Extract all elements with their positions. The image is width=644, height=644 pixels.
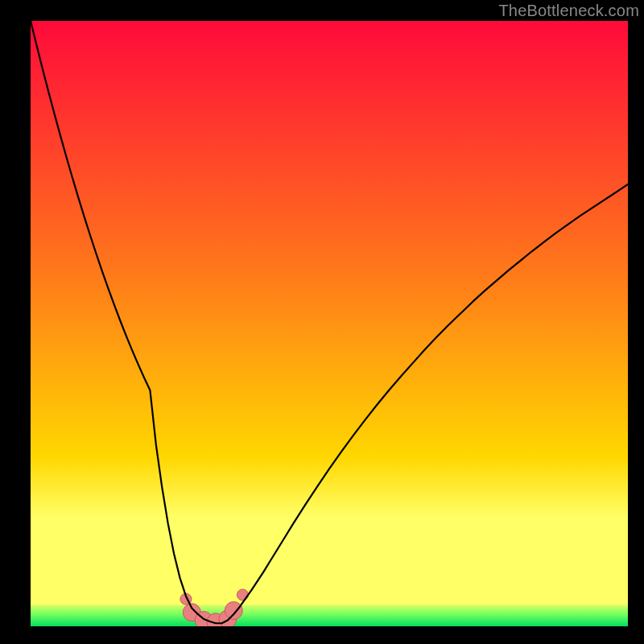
yellow-band [31,518,628,605]
watermark-text: TheBottleneck.com [498,2,639,20]
green-band [31,605,628,626]
data-marker [237,589,248,601]
data-marker [225,601,242,619]
plot-area [31,21,628,626]
chart-svg [31,21,628,626]
chart-frame: TheBottleneck.com [0,0,644,644]
